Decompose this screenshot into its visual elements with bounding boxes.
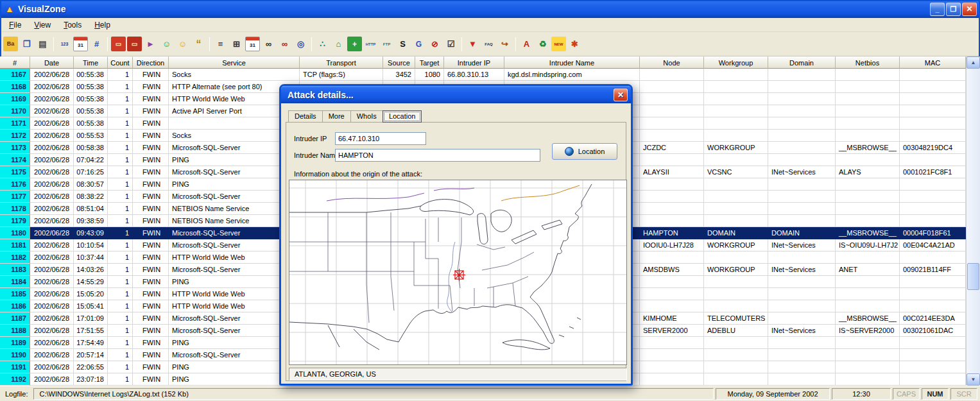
tab-details[interactable]: Details [288, 110, 322, 123]
column-header[interactable]: Workgroup [704, 56, 768, 69]
table-cell [900, 300, 966, 312]
table-cell: 00C0214EE3DA [900, 312, 966, 325]
table-cell: __MSBROWSE__ [836, 227, 900, 239]
table-cell: 1 [108, 154, 133, 166]
table-cell: FWIN [133, 312, 169, 325]
update-icon[interactable]: ♻ [535, 37, 550, 51]
map-province-lines [327, 188, 474, 201]
tab-more[interactable]: More [322, 110, 350, 123]
toolbar-separator [209, 37, 210, 51]
column-header[interactable]: # [0, 56, 30, 69]
alert-filter-icon[interactable]: ▼ [465, 37, 480, 51]
ftp-icon[interactable]: FTP [379, 37, 394, 51]
close-button[interactable]: ✕ [962, 3, 977, 16]
table-cell: 2002/06/28 [30, 349, 74, 361]
attack-details-icon[interactable]: A [519, 37, 534, 51]
table-cell [704, 81, 768, 93]
table-cell: FWIN [133, 264, 169, 276]
alert-van-icon[interactable]: ▭ [127, 37, 142, 51]
toolbar-separator [461, 37, 462, 51]
column-header[interactable]: Time [74, 56, 108, 69]
view-window-icon[interactable]: ❐ [19, 37, 34, 51]
preview-icon[interactable]: ◎ [293, 37, 308, 51]
samspade-icon[interactable]: S [395, 37, 410, 51]
column-header[interactable]: Transport [300, 56, 383, 69]
table-row[interactable]: 11672002/06/2800:55:381FWINSocksTCP (fla… [0, 69, 966, 81]
print-icon[interactable]: ▤ [35, 37, 50, 51]
tab-whois[interactable]: WhoIs [350, 110, 383, 123]
intruder-name-field[interactable]: HAMPTON [335, 149, 540, 162]
scroll-up-button[interactable]: ▲ [967, 56, 980, 69]
toolbar-separator [311, 37, 312, 51]
calendar-31-icon[interactable]: 31 [73, 37, 88, 51]
horn-icon[interactable]: ► [143, 37, 158, 51]
column-header[interactable]: MAC [900, 56, 966, 69]
sort-count-icon[interactable]: 123 [57, 37, 72, 51]
column-header[interactable]: Node [640, 56, 704, 69]
table-cell: 1184 [0, 276, 30, 288]
calendar-view-icon[interactable]: 31 [245, 37, 260, 51]
table-cell: FWIN [133, 288, 169, 300]
tab-location[interactable]: Location [383, 110, 422, 123]
minimize-button[interactable]: _ [930, 3, 945, 16]
column-header[interactable]: Count [108, 56, 133, 69]
whois-icon[interactable]: + [347, 37, 362, 51]
table-cell [836, 130, 900, 142]
find-intruder-icon[interactable]: ∞ [277, 37, 292, 51]
google-icon[interactable]: G [411, 37, 426, 51]
scrollbar-thumb[interactable] [967, 263, 979, 290]
column-header[interactable]: Source [383, 56, 415, 69]
http-icon[interactable]: HTTP [363, 37, 378, 51]
find-icon[interactable]: ∞ [261, 37, 276, 51]
column-header[interactable]: Intruder Name [504, 56, 640, 69]
table-cell [640, 337, 704, 349]
table-cell [768, 117, 836, 130]
vertical-scrollbar[interactable]: ▲ ▼ [966, 56, 980, 386]
column-header[interactable]: Direction [133, 56, 169, 69]
dialog-close-button[interactable]: ✕ [614, 89, 628, 101]
menu-item-file[interactable]: File [3, 19, 28, 31]
block-icon[interactable]: ⊘ [427, 37, 442, 51]
table-cell [768, 105, 836, 117]
export-icon[interactable]: ↪ [497, 37, 512, 51]
column-header[interactable]: Target [415, 56, 444, 69]
speech-bubble-icon[interactable]: “ [191, 37, 206, 51]
details-view-icon[interactable]: ⊞ [229, 37, 244, 51]
smiley-neutral-icon[interactable]: ☺ [175, 37, 190, 51]
alarm-icon[interactable]: ✱ [567, 37, 582, 51]
menu-item-tools[interactable]: Tools [57, 19, 88, 31]
table-cell: kgd.dsl.mindspring.com [504, 69, 640, 81]
statistics-icon[interactable]: # [89, 37, 104, 51]
column-header[interactable]: Date [30, 56, 74, 69]
table-cell [836, 105, 900, 117]
menu-item-help[interactable]: Help [88, 19, 117, 31]
portscan-icon[interactable]: ∴ [315, 37, 330, 51]
alert-truck-icon[interactable]: ▭ [111, 37, 126, 51]
map-state-lines [289, 212, 534, 323]
smiley-happy-icon[interactable]: ☺ [159, 37, 174, 51]
intruder-ip-field[interactable]: 66.47.10.310 [335, 132, 426, 145]
list-view-icon[interactable]: ≡ [213, 37, 228, 51]
table-cell [836, 178, 900, 191]
table-cell: 1 [108, 142, 133, 154]
column-header[interactable]: Domain [768, 56, 836, 69]
whats-new-icon[interactable]: NEW [551, 37, 566, 51]
maximize-button[interactable]: ❐ [946, 3, 961, 16]
column-header[interactable]: Intruder IP [444, 56, 504, 69]
scroll-down-button[interactable]: ▼ [967, 373, 980, 386]
table-cell [640, 178, 704, 191]
table-cell: WORKGROUP [704, 239, 768, 252]
location-button[interactable]: Location [552, 143, 617, 160]
table-cell: 2002/06/28 [30, 203, 74, 215]
table-cell: IS~SERVER2000 [836, 325, 900, 337]
options-check-icon[interactable]: ☑ [443, 37, 458, 51]
column-header[interactable]: Netbios [836, 56, 900, 69]
faq-icon[interactable]: FAQ [481, 37, 496, 51]
table-cell: FWIN [133, 93, 169, 105]
menu-item-view[interactable]: View [28, 19, 57, 31]
table-cell: IOOIU0-LH7J28 [640, 239, 704, 252]
traceroute-icon[interactable]: ⌂ [331, 37, 346, 51]
table-cell: 2002/06/28 [30, 81, 74, 93]
open-logfile-icon[interactable]: Ba [3, 37, 18, 51]
column-header[interactable]: Service [169, 56, 300, 69]
